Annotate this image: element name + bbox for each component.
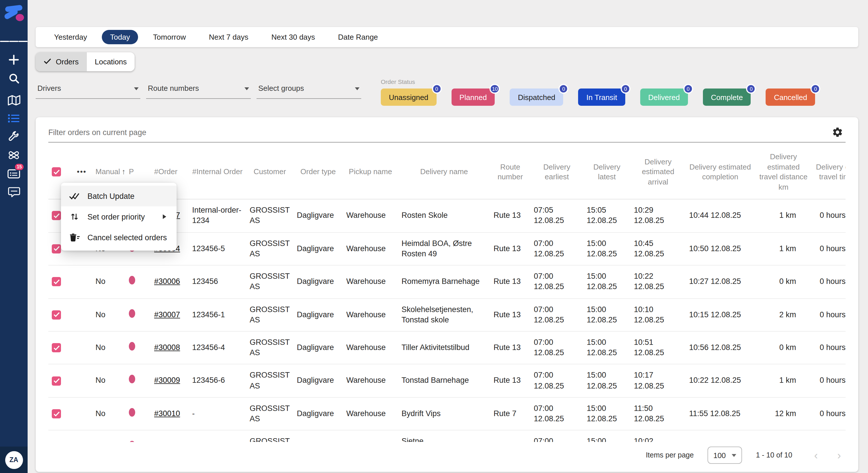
column-menu-icon[interactable]: ••• — [77, 168, 86, 176]
cell-order: #30007 — [151, 298, 189, 331]
cell-internal: 123456-4 — [189, 331, 246, 364]
map-icon[interactable] — [0, 93, 28, 107]
column-header-label: Delivery latest — [593, 162, 620, 181]
gear-icon[interactable] — [832, 127, 843, 138]
row-checkbox[interactable] — [52, 343, 61, 352]
cell-order_type: Dagligvare — [293, 298, 343, 331]
cell-internal: 123456-1 — [189, 298, 246, 331]
column-header-label: Pickup name — [349, 168, 392, 176]
cell-hours: 0 hours — [812, 331, 845, 364]
column-header-earliest[interactable]: Delivery earliest — [530, 142, 583, 199]
column-header-distance[interactable]: Delivery estimated travel distance km — [755, 142, 812, 199]
filter-orders-input[interactable] — [48, 124, 806, 142]
column-header-pickup[interactable]: Pickup name — [343, 142, 398, 199]
cell-earliest: 07:00 12.08.25 — [530, 398, 583, 431]
row-checkbox[interactable] — [52, 310, 61, 319]
menu-item-set-order-priority[interactable]: Set order priority — [61, 206, 177, 227]
date-tab-tomorrow[interactable]: Tomorrow — [145, 30, 194, 44]
search-icon[interactable] — [0, 71, 28, 85]
select-all-checkbox[interactable] — [52, 167, 61, 176]
column-header-route[interactable]: Route number — [490, 142, 530, 199]
cell-distance: 0 km — [755, 331, 812, 364]
row-checkbox[interactable] — [52, 376, 61, 385]
order-number-link[interactable]: #30006 — [154, 277, 180, 285]
row-checkbox[interactable] — [52, 409, 61, 418]
cell-select — [48, 431, 71, 442]
order-number-link[interactable]: #30007 — [154, 310, 180, 319]
add-icon[interactable] — [0, 53, 28, 67]
cell-latest: 15:00 12.08.25 — [583, 431, 630, 442]
row-checkbox[interactable] — [52, 211, 61, 221]
tab-locations[interactable]: Locations — [87, 52, 134, 71]
orders-list-icon[interactable] — [0, 111, 28, 125]
chat-icon[interactable] — [0, 185, 28, 199]
column-header-arrival[interactable]: Delivery estimated arrival — [630, 142, 686, 199]
column-header-delivery_name[interactable]: Delivery name — [398, 142, 490, 199]
date-tab-today[interactable]: Today — [102, 30, 138, 44]
status-chip-label: Delivered — [648, 93, 680, 101]
cell-route: Rute 13 — [490, 298, 530, 331]
status-chip-delivered[interactable]: Delivered0 — [640, 89, 688, 106]
sidebar: 15 ZA — [0, 0, 28, 473]
column-header-customer[interactable]: Customer — [246, 142, 293, 199]
status-chip-cancelled[interactable]: Cancelled0 — [766, 89, 815, 106]
order-number-link[interactable]: #30010 — [154, 409, 180, 418]
cell-completion: 10:50 12.08.25 — [686, 232, 755, 265]
menu-item-batch-update[interactable]: Batch Update — [61, 185, 177, 206]
orders-card-icon[interactable]: 15 — [0, 167, 28, 180]
page-size-select[interactable]: 100 — [708, 446, 742, 464]
previous-page-icon[interactable]: ‹ — [814, 450, 818, 461]
row-checkbox[interactable] — [52, 244, 61, 254]
cell-order: #30006 — [151, 265, 189, 298]
cell-arrival: 10:51 12.08.25 — [630, 331, 686, 364]
cell-delivery_name: Heimdal BOA, Østre Rosten 49 — [398, 232, 490, 265]
status-chip-label: Planned — [459, 93, 487, 101]
status-chip-in-transit[interactable]: In Transit0 — [578, 89, 625, 106]
status-chip-planned[interactable]: Planned10 — [451, 89, 495, 106]
tab-orders[interactable]: Orders — [36, 52, 87, 71]
column-header-completion[interactable]: Delivery estimated completion — [686, 142, 755, 199]
dispatch-tools-icon[interactable] — [0, 148, 28, 162]
select-groups-select[interactable]: Select groups — [256, 78, 361, 99]
cell-pickup: Warehouse — [343, 364, 398, 398]
chevron-down-icon — [245, 87, 249, 92]
app-logo-icon[interactable] — [3, 5, 25, 22]
column-header-latest[interactable]: Delivery latest — [583, 142, 630, 199]
row-checkbox[interactable] — [52, 277, 61, 286]
date-tab-next-30-days[interactable]: Next 30 days — [264, 30, 323, 44]
cell-order_type: Dagligvare — [293, 199, 343, 232]
table-row: No#30008123456-4GROSSIST ASDagligvareWar… — [48, 331, 845, 364]
cell-internal: - — [189, 398, 246, 431]
user-avatar[interactable]: ZA — [5, 451, 23, 469]
date-tab-yesterday[interactable]: Yesterday — [46, 30, 95, 44]
menu-icon[interactable] — [0, 34, 28, 48]
date-tab-date-range[interactable]: Date Range — [330, 30, 386, 44]
cell-pickup: Warehouse — [343, 298, 398, 331]
status-chip-unassigned[interactable]: Unassigned0 — [381, 89, 436, 106]
menu-item-cancel-selected-orders[interactable]: Cancel selected orders — [61, 227, 177, 248]
column-header-order_type[interactable]: Order type — [293, 142, 343, 199]
cell-route: Rute 13 — [490, 431, 530, 442]
column-header-internal[interactable]: #Internal Order — [189, 142, 246, 199]
cell-earliest: 07:05 12.08.25 — [530, 199, 583, 232]
status-chip-count-badge: 0 — [746, 84, 756, 94]
cell-order_type: Dagligvare — [293, 265, 343, 298]
column-header-hours[interactable]: Delivery estimated travel time hours — [812, 142, 845, 199]
status-chip-complete[interactable]: Complete0 — [703, 89, 751, 106]
wrench-icon[interactable] — [0, 130, 28, 144]
cell-hours: 0 hours — [812, 199, 845, 232]
drivers-select[interactable]: Drivers — [36, 78, 141, 99]
order-number-link[interactable]: #30008 — [154, 343, 180, 352]
cell-hours: 0 hours — [812, 398, 845, 431]
priority-dot-icon — [129, 276, 135, 284]
next-page-icon[interactable]: › — [837, 450, 841, 461]
column-header-label: Order type — [301, 168, 336, 176]
status-chip-dispatched[interactable]: Dispatched0 — [510, 89, 563, 106]
cell-select — [48, 398, 71, 431]
cell-route: Rute 13 — [490, 199, 530, 232]
cell-order_type: Dagligvare — [293, 431, 343, 442]
route-numbers-select[interactable]: Route numbers — [146, 78, 251, 99]
cell-order: #30010 — [151, 398, 189, 431]
date-tab-next-7-days[interactable]: Next 7 days — [201, 30, 256, 44]
order-number-link[interactable]: #30009 — [154, 376, 180, 385]
